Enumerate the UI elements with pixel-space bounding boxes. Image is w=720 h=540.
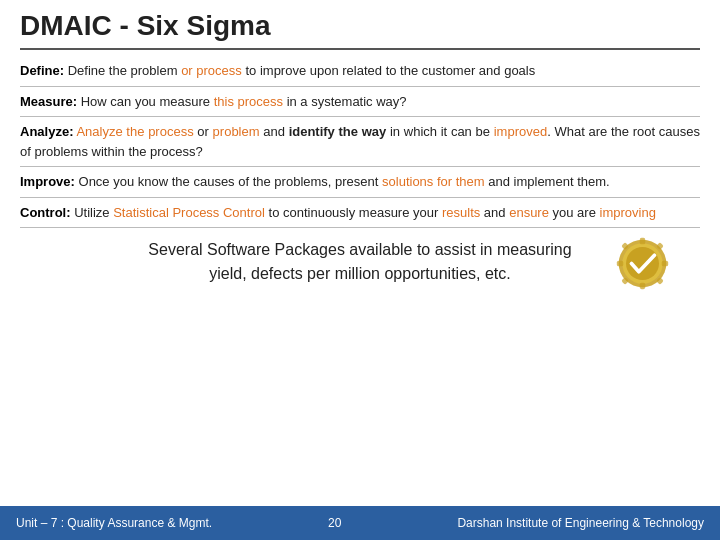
section-text-analyze: Analyze the process <box>76 124 193 139</box>
section-measure: Measure: How can you measure this proces… <box>20 87 700 118</box>
footer: Unit – 7 : Quality Assurance & Mgmt. 20 … <box>0 506 720 540</box>
section-control: Control: Utilize Statistical Process Con… <box>20 198 700 229</box>
section-text-measure: this process <box>214 94 283 109</box>
section-text-improve: and implement them. <box>485 174 610 189</box>
section-text-control: Statistical Process Control <box>113 205 265 220</box>
section-text-analyze: in which it can be <box>386 124 493 139</box>
section-text-improve: solutions for them <box>382 174 485 189</box>
section-label-define: Define: <box>20 63 64 78</box>
section-analyze: Analyze: Analyze the process or problem … <box>20 117 700 167</box>
section-text-define: to improve upon related to the customer … <box>242 63 535 78</box>
section-text-measure: How can you measure <box>77 94 214 109</box>
section-text-analyze: and <box>260 124 289 139</box>
section-text-define: Define the problem <box>64 63 181 78</box>
section-label-control: Control: <box>20 205 71 220</box>
footer-left: Unit – 7 : Quality Assurance & Mgmt. <box>16 516 212 530</box>
section-label-improve: Improve: <box>20 174 75 189</box>
svg-rect-6 <box>662 261 668 267</box>
section-text-analyze: problem <box>213 124 260 139</box>
footer-right: Darshan Institute of Engineering & Techn… <box>457 516 704 530</box>
svg-rect-5 <box>617 261 623 267</box>
section-define: Define: Define the problem or process to… <box>20 56 700 87</box>
sections-container: Define: Define the problem or process to… <box>20 56 700 228</box>
section-text-analyze: or <box>194 124 213 139</box>
bottom-line1: Several Software Packages available to a… <box>80 238 640 262</box>
section-label-analyze: Analyze: <box>20 124 73 139</box>
section-text-measure: in a systematic way? <box>283 94 407 109</box>
main-content: DMAIC - Six Sigma Define: Define the pro… <box>0 0 720 506</box>
footer-center: 20 <box>328 516 341 530</box>
section-text-analyze: improved <box>494 124 547 139</box>
section-text-control: and <box>480 205 509 220</box>
section-improve: Improve: Once you know the causes of the… <box>20 167 700 198</box>
section-text-control: results <box>442 205 480 220</box>
bottom-section: Several Software Packages available to a… <box>20 228 700 292</box>
section-text-control: ensure <box>509 205 549 220</box>
svg-rect-4 <box>640 283 646 289</box>
section-text-define: or process <box>181 63 242 78</box>
section-label-measure: Measure: <box>20 94 77 109</box>
page-title: DMAIC - Six Sigma <box>20 10 700 50</box>
section-text-control: you are <box>549 205 600 220</box>
svg-rect-3 <box>640 238 646 244</box>
bottom-line2: yield, defects per million opportunities… <box>80 262 640 286</box>
page: DMAIC - Six Sigma Define: Define the pro… <box>0 0 720 540</box>
section-text-analyze: identify the way <box>289 124 387 139</box>
section-text-control: to continuously measure your <box>265 205 442 220</box>
badge-icon <box>615 236 670 291</box>
section-text-improve: Once you know the causes of the problems… <box>75 174 382 189</box>
section-text-control: improving <box>600 205 656 220</box>
section-text-control: Utilize <box>71 205 114 220</box>
